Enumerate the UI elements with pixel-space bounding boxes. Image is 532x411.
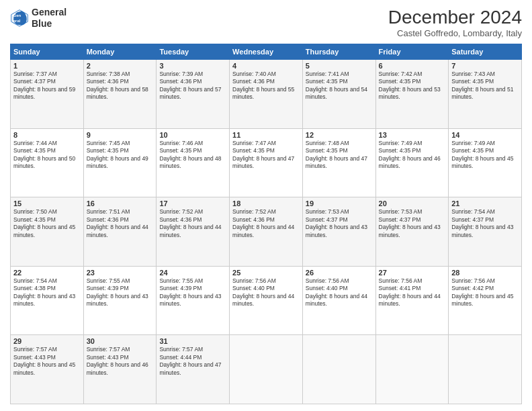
calendar-cell: 21 Sunrise: 7:54 AM Sunset: 4:37 PM Dayl…	[449, 197, 522, 267]
cell-info: Sunrise: 7:56 AM Sunset: 4:42 PM Dayligh…	[451, 277, 519, 308]
sunset-label: Sunset: 4:43 PM	[13, 354, 56, 361]
day-number: 22	[13, 269, 81, 277]
sunset-label: Sunset: 4:41 PM	[379, 285, 421, 291]
calendar-cell: 8 Sunrise: 7:44 AM Sunset: 4:35 PM Dayli…	[11, 128, 84, 197]
cell-info: Sunrise: 7:39 AM Sunset: 4:36 PM Dayligh…	[159, 71, 226, 101]
day-number: 21	[451, 199, 519, 208]
cell-info: Sunrise: 7:51 AM Sunset: 4:36 PM Dayligh…	[87, 208, 154, 239]
day-number: 5	[306, 62, 373, 70]
cell-info: Sunrise: 7:41 AM Sunset: 4:35 PM Dayligh…	[306, 71, 373, 101]
sunrise-label: Sunrise: 7:56 AM	[232, 277, 276, 284]
calendar-cell: 11 Sunrise: 7:47 AM Sunset: 4:35 PM Dayl…	[230, 128, 303, 197]
sunrise-label: Sunrise: 7:53 AM	[379, 208, 423, 215]
sunset-label: Sunset: 4:35 PM	[379, 78, 421, 85]
calendar-cell: 12 Sunrise: 7:48 AM Sunset: 4:35 PM Dayl…	[302, 128, 375, 197]
sunset-label: Sunset: 4:35 PM	[13, 147, 56, 154]
sunrise-label: Sunrise: 7:52 AM	[159, 208, 203, 215]
day-number: 19	[306, 199, 373, 208]
logo-line2: Blue	[32, 18, 66, 30]
calendar-table: SundayMondayTuesdayWednesdayThursdayFrid…	[10, 44, 522, 404]
sunrise-label: Sunrise: 7:56 AM	[306, 277, 349, 284]
sunset-label: Sunset: 4:35 PM	[159, 147, 202, 154]
week-row-3: 15 Sunrise: 7:50 AM Sunset: 4:35 PM Dayl…	[11, 197, 522, 267]
sunrise-label: Sunrise: 7:56 AM	[451, 277, 495, 284]
cell-info: Sunrise: 7:54 AM Sunset: 4:38 PM Dayligh…	[13, 277, 81, 308]
calendar-cell: 3 Sunrise: 7:39 AM Sunset: 4:36 PM Dayli…	[157, 60, 230, 129]
day-number: 1	[13, 62, 81, 70]
calendar-cell: 9 Sunrise: 7:45 AM Sunset: 4:35 PM Dayli…	[83, 128, 157, 197]
sunset-label: Sunset: 4:37 PM	[306, 216, 348, 223]
daylight-label: Daylight: 8 hours and 55 minutes.	[232, 86, 294, 100]
sunset-label: Sunset: 4:36 PM	[87, 78, 129, 85]
sunrise-label: Sunrise: 7:48 AM	[306, 140, 349, 146]
week-row-4: 22 Sunrise: 7:54 AM Sunset: 4:38 PM Dayl…	[11, 266, 522, 335]
week-row-5: 29 Sunrise: 7:57 AM Sunset: 4:43 PM Dayl…	[11, 335, 522, 404]
svg-text:Gen: Gen	[13, 13, 21, 17]
logo-icon: Gen eral	[10, 9, 29, 28]
day-number: 27	[379, 269, 446, 277]
sunset-label: Sunset: 4:37 PM	[13, 78, 56, 85]
header-cell-friday: Friday	[375, 44, 449, 60]
svg-text:eral: eral	[13, 18, 20, 23]
sunset-label: Sunset: 4:35 PM	[306, 78, 348, 85]
calendar-cell: 18 Sunrise: 7:52 AM Sunset: 4:36 PM Dayl…	[230, 197, 303, 267]
cell-info: Sunrise: 7:48 AM Sunset: 4:35 PM Dayligh…	[306, 140, 373, 171]
daylight-label: Daylight: 8 hours and 50 minutes.	[13, 155, 75, 169]
daylight-label: Daylight: 8 hours and 46 minutes.	[379, 155, 441, 169]
sunrise-label: Sunrise: 7:47 AM	[232, 140, 276, 146]
cell-info: Sunrise: 7:50 AM Sunset: 4:35 PM Dayligh…	[13, 208, 81, 239]
sunrise-label: Sunrise: 7:57 AM	[87, 346, 130, 353]
day-number: 7	[451, 62, 519, 70]
subtitle: Castel Goffredo, Lombardy, Italy	[388, 28, 522, 38]
cell-info: Sunrise: 7:56 AM Sunset: 4:41 PM Dayligh…	[379, 277, 446, 308]
cell-info: Sunrise: 7:37 AM Sunset: 4:37 PM Dayligh…	[13, 71, 81, 101]
calendar-cell: 30 Sunrise: 7:57 AM Sunset: 4:43 PM Dayl…	[83, 335, 157, 404]
daylight-label: Daylight: 8 hours and 45 minutes.	[451, 293, 513, 307]
calendar-cell: 14 Sunrise: 7:49 AM Sunset: 4:35 PM Dayl…	[449, 128, 522, 197]
daylight-label: Daylight: 8 hours and 43 minutes.	[451, 224, 513, 238]
sunrise-label: Sunrise: 7:37 AM	[13, 71, 57, 77]
calendar-cell: 28 Sunrise: 7:56 AM Sunset: 4:42 PM Dayl…	[449, 266, 522, 335]
sunrise-label: Sunrise: 7:40 AM	[232, 71, 276, 77]
calendar-cell: 19 Sunrise: 7:53 AM Sunset: 4:37 PM Dayl…	[302, 197, 375, 267]
sunset-label: Sunset: 4:39 PM	[159, 285, 202, 291]
daylight-label: Daylight: 8 hours and 54 minutes.	[306, 86, 367, 100]
sunset-label: Sunset: 4:35 PM	[379, 147, 421, 154]
calendar-cell	[375, 335, 449, 404]
week-row-1: 1 Sunrise: 7:37 AM Sunset: 4:37 PM Dayli…	[11, 60, 522, 129]
cell-info: Sunrise: 7:43 AM Sunset: 4:35 PM Dayligh…	[451, 71, 519, 101]
header: Gen eral General Blue December 2024 Cast…	[10, 7, 522, 38]
cell-info: Sunrise: 7:57 AM Sunset: 4:44 PM Dayligh…	[159, 346, 226, 377]
daylight-label: Daylight: 8 hours and 43 minutes.	[87, 293, 148, 307]
cell-info: Sunrise: 7:46 AM Sunset: 4:35 PM Dayligh…	[159, 140, 226, 171]
sunset-label: Sunset: 4:36 PM	[232, 216, 275, 223]
calendar-cell: 15 Sunrise: 7:50 AM Sunset: 4:35 PM Dayl…	[11, 197, 84, 267]
sunrise-label: Sunrise: 7:49 AM	[379, 140, 423, 146]
cell-info: Sunrise: 7:57 AM Sunset: 4:43 PM Dayligh…	[87, 346, 154, 377]
day-number: 31	[159, 337, 226, 345]
day-number: 17	[159, 199, 226, 208]
calendar-cell: 2 Sunrise: 7:38 AM Sunset: 4:36 PM Dayli…	[83, 60, 157, 129]
daylight-label: Daylight: 8 hours and 58 minutes.	[87, 86, 148, 100]
calendar-cell	[302, 335, 375, 404]
daylight-label: Daylight: 8 hours and 43 minutes.	[379, 224, 441, 238]
daylight-label: Daylight: 8 hours and 45 minutes.	[13, 361, 75, 375]
day-number: 18	[232, 199, 300, 208]
sunrise-label: Sunrise: 7:55 AM	[87, 277, 130, 284]
sunset-label: Sunset: 4:37 PM	[451, 216, 494, 223]
header-row: SundayMondayTuesdayWednesdayThursdayFrid…	[11, 44, 522, 60]
sunrise-label: Sunrise: 7:52 AM	[232, 208, 276, 215]
day-number: 23	[87, 269, 154, 277]
calendar-cell: 24 Sunrise: 7:55 AM Sunset: 4:39 PM Dayl…	[157, 266, 230, 335]
sunrise-label: Sunrise: 7:41 AM	[306, 71, 349, 77]
daylight-label: Daylight: 8 hours and 44 minutes.	[232, 224, 294, 238]
sunrise-label: Sunrise: 7:56 AM	[379, 277, 423, 284]
cell-info: Sunrise: 7:53 AM Sunset: 4:37 PM Dayligh…	[306, 208, 373, 239]
calendar-cell: 20 Sunrise: 7:53 AM Sunset: 4:37 PM Dayl…	[375, 197, 449, 267]
sunrise-label: Sunrise: 7:54 AM	[13, 277, 57, 284]
calendar-cell: 27 Sunrise: 7:56 AM Sunset: 4:41 PM Dayl…	[375, 266, 449, 335]
page: Gen eral General Blue December 2024 Cast…	[0, 0, 532, 411]
daylight-label: Daylight: 8 hours and 47 minutes.	[306, 155, 367, 169]
daylight-label: Daylight: 8 hours and 45 minutes.	[13, 224, 75, 238]
sunrise-label: Sunrise: 7:46 AM	[159, 140, 203, 146]
